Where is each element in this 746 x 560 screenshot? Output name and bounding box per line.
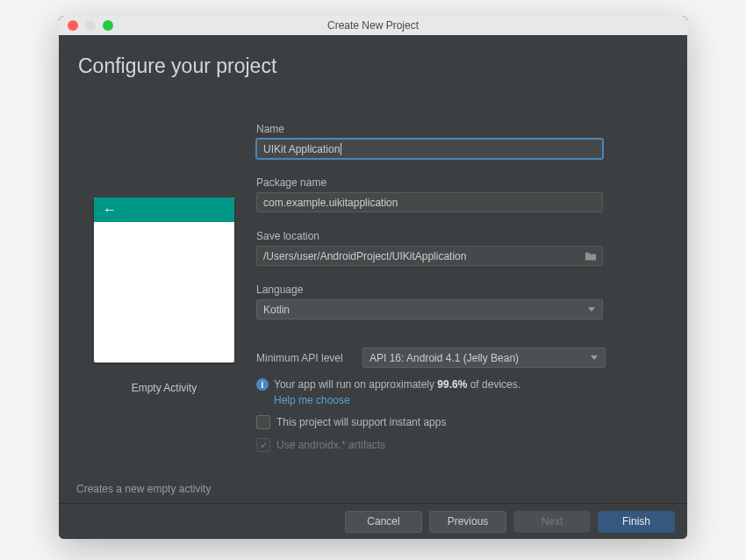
template-description: Creates a new empty activity bbox=[76, 483, 211, 495]
name-input-value: UIKit Application bbox=[263, 143, 340, 155]
androidx-checkbox-row: ✓ Use androidx.* artifacts bbox=[256, 438, 665, 452]
device-coverage-info: i Your app will run on approximately 99.… bbox=[256, 378, 665, 391]
language-label: Language bbox=[256, 284, 665, 296]
phone-thumbnail: ← bbox=[94, 197, 234, 363]
name-input[interactable]: UIKit Application bbox=[256, 139, 603, 159]
finish-button[interactable]: Finish bbox=[598, 511, 675, 533]
zoom-icon[interactable] bbox=[103, 20, 113, 31]
save-location-input[interactable]: /Users/user/AndroidProject/UIKitApplicat… bbox=[256, 246, 603, 266]
dialog-footer: Cancel Previous Next Finish bbox=[59, 503, 687, 539]
androidx-label: Use androidx.* artifacts bbox=[276, 439, 385, 451]
previous-button[interactable]: Previous bbox=[429, 511, 506, 533]
form: Name UIKit Application Package name com.… bbox=[256, 123, 665, 452]
template-label: Empty Activity bbox=[94, 382, 234, 394]
package-name-value: com.example.uikitapplication bbox=[263, 197, 398, 209]
close-icon[interactable] bbox=[68, 20, 78, 31]
text-cursor bbox=[341, 143, 341, 155]
name-label: Name bbox=[256, 123, 665, 135]
api-level-select[interactable]: API 16: Android 4.1 (Jelly Bean) bbox=[362, 348, 606, 368]
api-level-row: Minimum API level API 16: Android 4.1 (J… bbox=[256, 348, 665, 368]
chevron-down-icon bbox=[591, 355, 598, 360]
instant-apps-checkbox[interactable] bbox=[256, 415, 270, 429]
template-preview: ← Empty Activity bbox=[94, 197, 234, 394]
instant-apps-label: This project will support instant apps bbox=[276, 416, 446, 428]
language-value: Kotlin bbox=[263, 304, 290, 316]
package-name-label: Package name bbox=[256, 176, 665, 189]
next-button: Next bbox=[513, 511, 591, 533]
api-level-label: Minimum API level bbox=[256, 352, 355, 364]
back-arrow-icon: ← bbox=[103, 202, 117, 218]
save-location-label: Save location bbox=[256, 230, 665, 242]
api-level-value: API 16: Android 4.1 (Jelly Bean) bbox=[369, 352, 519, 364]
page-title: Configure your project bbox=[78, 54, 276, 78]
help-me-choose-link[interactable]: Help me choose bbox=[274, 394, 665, 406]
phone-appbar: ← bbox=[94, 197, 234, 222]
androidx-checkbox: ✓ bbox=[256, 438, 270, 452]
minimize-icon[interactable] bbox=[85, 20, 96, 31]
language-select[interactable]: Kotlin bbox=[256, 299, 603, 319]
save-location-value: /Users/user/AndroidProject/UIKitApplicat… bbox=[263, 250, 466, 262]
instant-apps-checkbox-row[interactable]: This project will support instant apps bbox=[256, 415, 665, 429]
device-coverage-text: Your app will run on approximately 99.6%… bbox=[274, 378, 520, 391]
titlebar[interactable]: Create New Project bbox=[59, 16, 687, 35]
cancel-button[interactable]: Cancel bbox=[345, 511, 422, 533]
window-title: Create New Project bbox=[59, 19, 687, 32]
browse-folder-icon[interactable] bbox=[585, 250, 597, 262]
traffic-lights bbox=[68, 20, 113, 31]
dialog-body: Configure your project ← Empty Activity … bbox=[59, 35, 687, 539]
info-icon: i bbox=[256, 378, 269, 391]
dialog-window: Create New Project Configure your projec… bbox=[59, 16, 687, 539]
package-name-input[interactable]: com.example.uikitapplication bbox=[256, 192, 603, 212]
chevron-down-icon bbox=[588, 307, 595, 312]
